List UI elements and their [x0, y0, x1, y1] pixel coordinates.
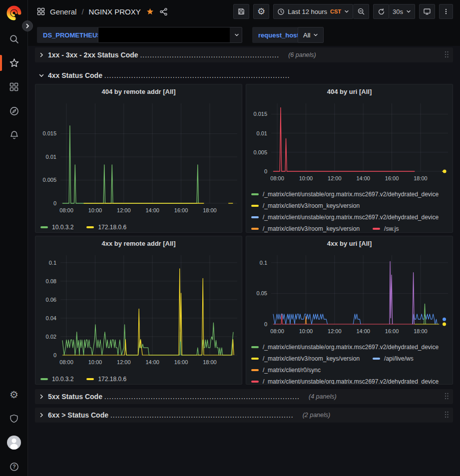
- drag-handle-icon[interactable]: [444, 411, 449, 419]
- refresh-button[interactable]: [373, 4, 389, 19]
- breadcrumb-section[interactable]: General: [50, 7, 76, 16]
- redacted-value: [98, 27, 230, 42]
- sidebar-expand-toggle[interactable]: [22, 20, 33, 31]
- sidebar-item-server-admin[interactable]: [4, 409, 24, 429]
- compass-icon: [9, 106, 19, 116]
- sidebar-item-help[interactable]: ?: [4, 457, 24, 476]
- search-minus-icon: [357, 7, 365, 15]
- svg-text:10:00: 10:00: [88, 207, 102, 213]
- sidebar-item-profile[interactable]: [4, 433, 24, 453]
- svg-text:0.01: 0.01: [46, 154, 56, 160]
- legend-swatch: [251, 193, 259, 195]
- help-icon: ?: [9, 462, 19, 472]
- sidebar-item-dashboards[interactable]: [4, 77, 24, 97]
- more-options-button[interactable]: [439, 4, 453, 19]
- legend-item[interactable]: /_matrix/client/unstable/org.matrix.msc2…: [251, 376, 449, 385]
- chart[interactable]: 00.050.108:0010:0012:0014:0016:0018:00: [246, 250, 453, 338]
- row-6xx[interactable]: 6xx > Status Code ......................…: [35, 408, 453, 423]
- chevron-down-icon: [234, 32, 239, 37]
- svg-text:10:00: 10:00: [88, 359, 102, 365]
- svg-text:14:00: 14:00: [356, 328, 370, 334]
- sidebar-item-search[interactable]: [4, 29, 24, 49]
- svg-text:0.1: 0.1: [49, 260, 56, 266]
- panel-title[interactable]: 4xx by uri [All]: [246, 236, 453, 250]
- legend-item[interactable]: /_matrix/client/unstable/org.matrix.msc2…: [251, 211, 449, 223]
- star-filled-icon[interactable]: [146, 7, 154, 16]
- legend-swatch: [251, 381, 259, 383]
- sidebar-item-alerting[interactable]: [4, 125, 24, 145]
- svg-text:0.08: 0.08: [46, 278, 56, 284]
- kebab-menu-icon: [443, 8, 450, 15]
- legend-item[interactable]: /sw.js: [373, 223, 399, 233]
- row-5xx[interactable]: 5xx Status Code ........................…: [35, 389, 453, 404]
- zoom-out-time-button[interactable]: [353, 4, 369, 19]
- legend-item[interactable]: 10.0.3.2: [40, 373, 73, 385]
- cycle-view-mode-button[interactable]: [419, 4, 435, 19]
- svg-text:0.1: 0.1: [260, 260, 267, 266]
- legend-swatch: [251, 205, 259, 207]
- svg-text:12:00: 12:00: [117, 359, 131, 365]
- svg-text:0: 0: [264, 321, 267, 327]
- svg-text:0.06: 0.06: [46, 297, 56, 303]
- dashboard-settings-button[interactable]: ⚙: [253, 4, 269, 19]
- save-dashboard-button[interactable]: [233, 4, 249, 19]
- legend-swatch: [251, 358, 259, 360]
- sidebar-item-starred[interactable]: [4, 53, 24, 73]
- refresh-interval-picker[interactable]: 30s: [389, 4, 415, 19]
- svg-text:14:00: 14:00: [356, 175, 370, 181]
- legend-item[interactable]: /_matrix/client/v3/room_keys/version: [251, 223, 360, 233]
- breadcrumb-dashboard-title[interactable]: NGINX PROXY: [89, 7, 141, 16]
- timezone-label: CST: [330, 8, 341, 14]
- row-title: 4xx Status Code ........................…: [48, 71, 290, 79]
- legend-label: 172.18.0.6: [98, 224, 126, 231]
- row-1xx-3xx-2xx[interactable]: 1xx - 3xx - 2xx Status Code ............…: [35, 47, 453, 62]
- panel-title[interactable]: 404 by uri [All]: [246, 84, 453, 98]
- chart[interactable]: 00.0050.010.01508:0010:0012:0014:0016:00…: [35, 98, 242, 218]
- sidebar-item-configuration[interactable]: ⚙: [4, 385, 24, 405]
- svg-text:08:00: 08:00: [59, 359, 73, 365]
- chart[interactable]: 00.020.040.060.080.108:0010:0012:0014:00…: [35, 250, 242, 370]
- row-title: 6xx > Status Code ......................…: [48, 411, 294, 419]
- grafana-logo-icon: [5, 4, 22, 21]
- legend-item[interactable]: /_matrix/client/v3/room_keys/version: [251, 200, 360, 211]
- chevron-right-icon: [39, 413, 44, 418]
- sidebar-item-explore[interactable]: [4, 101, 24, 121]
- legend-label: /api/live/ws: [384, 355, 414, 362]
- svg-text:18:00: 18:00: [203, 359, 217, 365]
- legend-item[interactable]: 172.18.0.6: [86, 373, 126, 385]
- chevron-right-icon: [39, 394, 44, 399]
- legend-swatch: [40, 226, 48, 228]
- legend-item[interactable]: /api/live/ws: [373, 353, 414, 364]
- row-panel-count: (6 panels): [288, 51, 316, 58]
- dashboard-variables-bar: DS_PROMETHEUS request_host All: [28, 23, 460, 46]
- bell-icon: [9, 130, 19, 140]
- legend-label: /_matrix/client/v3/room_keys/version: [263, 355, 360, 362]
- legend-item[interactable]: 10.0.3.2: [40, 221, 73, 233]
- variable-value-dropdown-redacted[interactable]: [98, 27, 242, 43]
- star-icon: [9, 58, 19, 68]
- grafana-logo[interactable]: [4, 3, 24, 23]
- legend-item[interactable]: /_matrix/client/unstable/org.matrix.msc2…: [251, 188, 449, 200]
- legend-item[interactable]: 172.18.0.6: [86, 221, 126, 233]
- legend-label: /_matrix/client/unstable/org.matrix.msc2…: [263, 344, 439, 351]
- chart[interactable]: 00.0050.010.01508:0010:0012:0014:0016:00…: [246, 98, 453, 185]
- legend-item[interactable]: /_matrix/client/unstable/org.matrix.msc2…: [251, 341, 449, 353]
- chevron-down-icon: [39, 73, 44, 78]
- panel-title[interactable]: 4xx by remote addr [All]: [35, 236, 242, 250]
- svg-text:16:00: 16:00: [385, 175, 399, 181]
- variable-value-dropdown-all[interactable]: All: [298, 27, 324, 43]
- refresh-interval-label: 30s: [393, 8, 403, 15]
- legend-item[interactable]: /_matrix/client/r0/sync: [251, 364, 321, 376]
- chevron-right-icon: [25, 23, 30, 28]
- time-range-picker[interactable]: Last 12 hours CST: [273, 4, 353, 19]
- row-4xx[interactable]: 4xx Status Code ........................…: [35, 68, 453, 83]
- drag-handle-icon[interactable]: [444, 392, 449, 400]
- legend-swatch: [40, 378, 48, 380]
- panel-title[interactable]: 404 by remote addr [All]: [35, 84, 242, 98]
- share-icon[interactable]: [159, 7, 168, 16]
- legend-item[interactable]: /_matrix/client/v3/room_keys/version: [251, 353, 360, 364]
- time-range-label: Last 12 hours: [288, 8, 327, 15]
- drag-handle-icon[interactable]: [444, 50, 449, 58]
- apps-grid-icon: [37, 7, 45, 15]
- legend-swatch: [86, 378, 94, 380]
